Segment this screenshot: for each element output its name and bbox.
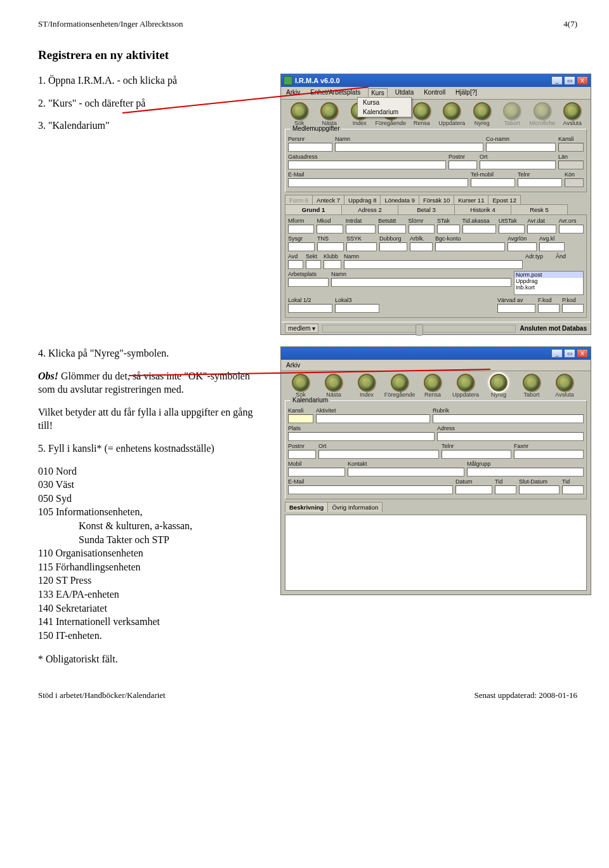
inp-slornr[interactable] xyxy=(409,225,435,233)
tab-beskrivning[interactable]: Beskrivning xyxy=(285,502,328,512)
menu-hjalp[interactable]: Hjälp[?] xyxy=(453,88,480,98)
tb-uppdatera[interactable]: Uppdatera xyxy=(438,102,467,126)
menu-bar[interactable]: Arkiv Enhet/Arbetsplats Kurs Utdata Kont… xyxy=(281,87,591,100)
inp2-telnr[interactable] xyxy=(442,450,511,459)
tabs-upper[interactable]: Form 6 Anteck 7 Uppdrag 8 Lönedata 9 För… xyxy=(285,195,587,205)
inp-betsatt[interactable] xyxy=(378,225,405,233)
tab-kurser11[interactable]: Kurser 11 xyxy=(454,195,488,205)
inp-namn[interactable] xyxy=(335,143,483,152)
inp-klubbnamn[interactable] xyxy=(344,260,523,269)
inp2-tid2[interactable] xyxy=(562,485,584,494)
inp-mkod[interactable] xyxy=(317,225,343,233)
tb2-avsluta[interactable]: Avsluta xyxy=(549,374,580,398)
inp-intrdat[interactable] xyxy=(346,225,376,233)
tb2-index[interactable]: Index xyxy=(351,374,383,398)
tab-epost12[interactable]: Epost 12 xyxy=(488,195,521,205)
inp2-datum[interactable] xyxy=(455,485,492,494)
inp2-malgrupp[interactable] xyxy=(467,468,584,477)
minimize-button[interactable]: _ xyxy=(551,76,563,85)
inp2-postnr[interactable] xyxy=(288,450,316,459)
status-scroll[interactable] xyxy=(322,325,516,332)
inp-avgkl[interactable] xyxy=(539,242,565,251)
inp-ort[interactable] xyxy=(480,161,556,169)
inp-lokal3[interactable] xyxy=(335,304,379,313)
inp-avrors[interactable] xyxy=(559,225,584,233)
maximize-button-2[interactable]: ▭ xyxy=(564,349,575,358)
inp-klubb[interactable] xyxy=(324,260,341,269)
inp2-plats[interactable] xyxy=(288,432,435,441)
inp-persnr[interactable] xyxy=(288,143,332,152)
inp2-faxnr[interactable] xyxy=(514,450,584,459)
tabs-lower[interactable]: Grund 1 Adress 2 Betal 3 Historik 4 Resk… xyxy=(285,204,587,214)
tab-uppdrag8[interactable]: Uppdrag 8 xyxy=(344,195,381,205)
inp-varvad[interactable] xyxy=(497,304,535,313)
menu-utdata[interactable]: Utdata xyxy=(393,88,416,98)
inp-fkod[interactable] xyxy=(538,304,560,313)
tb2-nasta[interactable]: Nästa xyxy=(318,374,350,398)
inp2-kontakt[interactable] xyxy=(348,468,464,477)
tb-nyreg[interactable]: Nyreg xyxy=(468,102,497,126)
inp-utstak[interactable] xyxy=(499,225,525,233)
tb2-foregaende[interactable]: Föregående xyxy=(384,374,416,398)
inp-tidakassa[interactable] xyxy=(462,225,496,233)
inp-mform[interactable] xyxy=(288,225,314,233)
tab-resk5[interactable]: Resk 5 xyxy=(511,204,568,214)
close-button[interactable]: X xyxy=(577,76,588,85)
menu-kontroll[interactable]: Kontroll xyxy=(421,88,448,98)
tabs-desc[interactable]: Beskrivning Övrig Information xyxy=(285,502,587,512)
tab-historik4[interactable]: Historik 4 xyxy=(454,204,511,214)
tab-betal3[interactable]: Betal 3 xyxy=(398,204,455,214)
inp-email[interactable] xyxy=(288,178,468,187)
inp-sysgr[interactable] xyxy=(288,242,315,251)
inp-tns[interactable] xyxy=(317,242,344,251)
inp2-aktivitet[interactable] xyxy=(316,414,430,423)
minimize-button-2[interactable]: _ xyxy=(551,349,563,358)
menu-arkiv-2[interactable]: Arkiv xyxy=(284,361,303,369)
maximize-button[interactable]: ▭ xyxy=(564,76,575,85)
tb2-nyreg[interactable]: Nyreg xyxy=(483,374,514,398)
tab-grund1[interactable]: Grund 1 xyxy=(285,204,342,214)
inp2-ort[interactable] xyxy=(318,450,439,459)
inp2-adress[interactable] xyxy=(437,432,584,441)
inp-avrdat[interactable] xyxy=(527,225,556,233)
inp-telmobil[interactable] xyxy=(471,178,515,187)
inp-conamn[interactable] xyxy=(486,143,556,152)
inp-bgc[interactable] xyxy=(435,242,505,251)
kurs-dropdown[interactable]: Kursa Kalendarium xyxy=(357,97,412,117)
tb-avsluta[interactable]: Avsluta xyxy=(558,102,587,126)
inp-ssyk[interactable] xyxy=(346,242,377,251)
inp2-tid[interactable] xyxy=(495,485,516,494)
status-dropdown[interactable]: medlem▾ xyxy=(285,324,318,333)
menu-item-kursa[interactable]: Kursa xyxy=(358,98,411,107)
inp2-rubrik[interactable] xyxy=(433,414,584,423)
tab-forsak10[interactable]: Försäk 10 xyxy=(419,195,454,205)
close-button-2[interactable]: X xyxy=(577,349,588,358)
inp-lokal12[interactable] xyxy=(288,304,332,313)
inp-avd[interactable] xyxy=(288,260,303,269)
inp2-kansli[interactable] xyxy=(288,414,313,423)
menu-kurs[interactable]: Kurs xyxy=(368,88,388,98)
tb2-rensa[interactable]: Rensa xyxy=(417,374,449,398)
inp2-email[interactable] xyxy=(288,485,453,494)
inp-arblk[interactable] xyxy=(410,242,433,251)
inp-arbnamn[interactable] xyxy=(331,278,511,287)
tab-lonedata9[interactable]: Lönedata 9 xyxy=(380,195,419,205)
inp2-slutdatum[interactable] xyxy=(519,485,560,494)
inp2-mobil[interactable] xyxy=(288,468,345,477)
tab-ovrig[interactable]: Övrig Information xyxy=(327,502,383,512)
tab-adress2[interactable]: Adress 2 xyxy=(341,204,398,214)
tb-sok[interactable]: Sök xyxy=(285,102,314,126)
inp-arbetsplats[interactable] xyxy=(288,278,329,287)
inp-dubborg[interactable] xyxy=(379,242,407,251)
tb2-tabort[interactable]: Tabort xyxy=(516,374,547,398)
inp-stak[interactable] xyxy=(437,225,460,233)
inp-avgrlon[interactable] xyxy=(508,242,537,251)
beskrivning-textarea[interactable] xyxy=(285,515,587,591)
adrtyp-list[interactable]: Norm.post Uppdrag Inb.kort xyxy=(514,271,584,295)
tab-form6[interactable]: Form 6 xyxy=(285,195,313,205)
inp-postnr[interactable] xyxy=(449,161,477,169)
inp-telnr[interactable] xyxy=(518,178,562,187)
inp-pkod[interactable] xyxy=(562,304,584,313)
inp-sekt[interactable] xyxy=(306,260,321,269)
inp-gatu[interactable] xyxy=(288,161,446,169)
